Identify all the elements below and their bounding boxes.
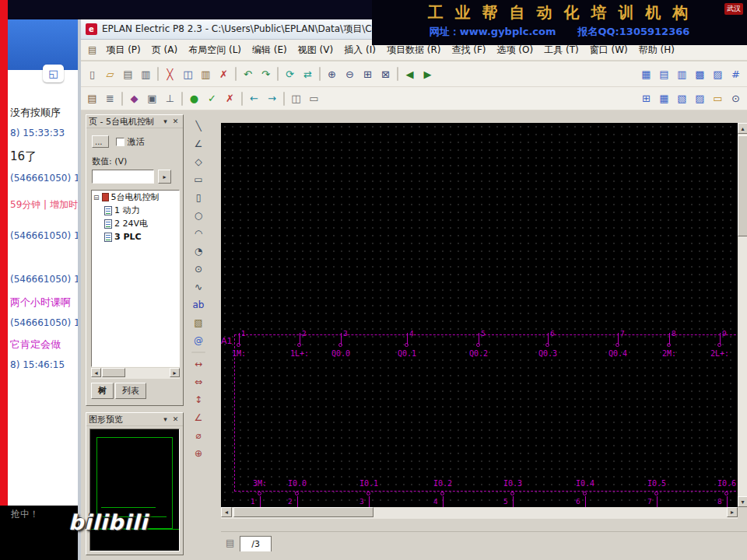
device-icon[interactable]: ▣ bbox=[143, 90, 161, 107]
activate-checkbox[interactable] bbox=[116, 138, 124, 146]
paste-icon[interactable]: ▥ bbox=[197, 65, 215, 82]
radius-dimension-icon[interactable]: ⌀ bbox=[190, 427, 207, 444]
tree-item-24v-supply[interactable]: 2 24V电 bbox=[92, 217, 179, 230]
menu-edit[interactable]: 编辑 (E) bbox=[247, 40, 293, 60]
rectangle-icon[interactable]: ▭ bbox=[190, 171, 207, 188]
panel-collapse-icon[interactable]: ▾ bbox=[160, 117, 170, 127]
delete-icon[interactable]: ✗ bbox=[215, 65, 233, 82]
grid-size-a-icon[interactable]: ▤ bbox=[655, 65, 673, 82]
expander-icon[interactable]: ⊟ bbox=[93, 194, 100, 201]
toolbar-separator[interactable] bbox=[283, 92, 285, 106]
sector-icon[interactable]: ◔ bbox=[190, 243, 207, 260]
arc-icon[interactable]: ◠ bbox=[190, 225, 207, 242]
toggle-grid-1-icon[interactable]: ⊞ bbox=[637, 90, 655, 107]
ok-icon[interactable]: ● bbox=[185, 90, 203, 107]
undo-icon[interactable]: ↶ bbox=[239, 65, 257, 82]
polygon-icon[interactable]: ◇ bbox=[190, 153, 207, 170]
scroll-thumb[interactable] bbox=[233, 507, 374, 517]
active-page-tab[interactable]: /3 bbox=[240, 536, 272, 551]
grid-size-b-icon[interactable]: ▥ bbox=[673, 65, 691, 82]
layer-management-icon[interactable]: ≣ bbox=[101, 90, 119, 107]
page-macro-icon[interactable]: ◫ bbox=[287, 90, 305, 107]
toggle-grid-3-icon[interactable]: ▧ bbox=[673, 90, 691, 107]
text-icon[interactable]: ab bbox=[190, 296, 207, 313]
update-icon[interactable]: ⇄ bbox=[299, 65, 317, 82]
panel-close-icon[interactable]: ✕ bbox=[170, 415, 181, 425]
canvas-horizontal-scrollbar[interactable]: ◂ ▸ bbox=[221, 507, 738, 519]
open-page-icon[interactable]: ▱ bbox=[101, 65, 119, 82]
zoom-entire-icon[interactable]: ⊠ bbox=[377, 65, 395, 82]
canvas-vertical-scrollbar[interactable]: ▴ ▾ bbox=[738, 123, 747, 507]
tab-tree[interactable]: 树 bbox=[91, 383, 114, 399]
scroll-thumb[interactable] bbox=[738, 135, 747, 236]
image-icon[interactable]: ▧ bbox=[190, 314, 207, 331]
new-page-icon[interactable]: ▯ bbox=[83, 65, 101, 82]
back-icon[interactable]: ← bbox=[245, 90, 263, 107]
toolbar-separator[interactable] bbox=[241, 92, 243, 106]
toolbar-separator[interactable] bbox=[121, 92, 123, 106]
toolbar-separator[interactable] bbox=[277, 67, 279, 81]
stream-panel-toggle-button[interactable]: ◱ bbox=[43, 65, 64, 82]
tab-list[interactable]: 列表 bbox=[115, 383, 146, 399]
mdi-child-icon[interactable]: ▤ bbox=[84, 44, 100, 55]
scroll-right-icon[interactable]: ▸ bbox=[170, 368, 180, 377]
polyline-icon[interactable]: ∠ bbox=[190, 135, 207, 152]
snap-to-grid-icon[interactable]: # bbox=[727, 65, 745, 82]
plc-device-box[interactable] bbox=[234, 334, 738, 492]
toolbar-separator[interactable] bbox=[191, 352, 205, 353]
scroll-left-icon[interactable]: ◂ bbox=[221, 507, 232, 517]
menu-layout-space[interactable]: 布局空间 (L) bbox=[183, 40, 247, 60]
toolbar-separator[interactable] bbox=[319, 67, 321, 81]
page-panel-header[interactable]: 页 - 5台电机控制 ▾ ✕ bbox=[86, 115, 183, 128]
toolbar-separator[interactable] bbox=[235, 67, 237, 81]
toolbar-separator[interactable] bbox=[397, 67, 398, 81]
ruler-icon[interactable]: ▭ bbox=[709, 90, 727, 107]
filter-more-button[interactable]: ... bbox=[92, 135, 109, 148]
panel-collapse-icon[interactable]: ▾ bbox=[160, 415, 170, 425]
circle-icon[interactable]: ○ bbox=[190, 207, 207, 224]
tree-item-power-circuit[interactable]: 1 动力 bbox=[92, 204, 179, 217]
zoom-in-icon[interactable]: ⊕ bbox=[323, 65, 341, 82]
origin-icon[interactable]: ⊕ bbox=[190, 445, 207, 462]
line-icon[interactable]: ╲ bbox=[190, 117, 207, 135]
print-icon[interactable]: ▥ bbox=[137, 65, 155, 82]
scroll-down-icon[interactable]: ▾ bbox=[738, 496, 747, 507]
scroll-left-icon[interactable]: ◂ bbox=[91, 368, 101, 377]
scroll-thumb[interactable] bbox=[102, 368, 125, 377]
ellipse-icon[interactable]: ⊙ bbox=[190, 261, 207, 278]
vertical-dimension-icon[interactable]: ↕ bbox=[190, 391, 207, 408]
spline-icon[interactable]: ∿ bbox=[190, 278, 207, 296]
symbol-icon[interactable]: ◆ bbox=[125, 90, 143, 107]
menu-page[interactable]: 页 (A) bbox=[146, 40, 183, 60]
next-page-icon[interactable]: ▶ bbox=[419, 65, 437, 82]
angle-dimension-icon[interactable]: ∠ bbox=[190, 409, 207, 426]
window-macro-icon[interactable]: ▭ bbox=[305, 90, 323, 107]
scroll-right-icon[interactable]: ▸ bbox=[727, 507, 738, 517]
value-apply-button[interactable]: ▸ bbox=[158, 170, 171, 184]
page-properties-icon[interactable]: ▤ bbox=[119, 65, 137, 82]
check-icon[interactable]: ✓ bbox=[203, 90, 221, 107]
grid-on-icon[interactable]: ▦ bbox=[637, 65, 655, 82]
preview-panel-header[interactable]: 图形预览 ▾ ✕ bbox=[86, 413, 183, 426]
cut-icon[interactable]: ╳ bbox=[161, 65, 179, 82]
chat-area[interactable]: 没有按顺序8) 15:33:3316了(546661050) 1559分钟 | … bbox=[8, 70, 78, 506]
cancel-icon[interactable]: ✗ bbox=[221, 90, 239, 107]
rectangle-center-icon[interactable]: ▯ bbox=[190, 189, 207, 206]
tree-horizontal-scrollbar[interactable]: ◂ ▸ bbox=[91, 368, 180, 379]
menu-view[interactable]: 视图 (V) bbox=[293, 40, 338, 60]
page-tree-root[interactable]: ⊟ 5台电机控制 bbox=[92, 191, 179, 204]
hyperlink-icon[interactable]: @ bbox=[190, 332, 207, 349]
terminal-icon[interactable]: ⊥ bbox=[161, 90, 179, 107]
toolbar-separator[interactable] bbox=[157, 67, 159, 81]
dimension-icon[interactable]: ↔ bbox=[190, 355, 207, 373]
tree-item-plc[interactable]: 3 PLC bbox=[92, 230, 179, 243]
panel-close-icon[interactable]: ✕ bbox=[170, 117, 181, 127]
toggle-grid-4-icon[interactable]: ▨ bbox=[691, 90, 709, 107]
toggle-grid-2-icon[interactable]: ▦ bbox=[655, 90, 673, 107]
zoom-window-icon[interactable]: ⊞ bbox=[359, 65, 377, 82]
zoom-out-icon[interactable]: ⊖ bbox=[341, 65, 359, 82]
value-input[interactable] bbox=[92, 170, 154, 184]
schematic-canvas[interactable]: A1 1 1M: 2 1L+: 3 bbox=[221, 123, 738, 507]
scroll-up-icon[interactable]: ▴ bbox=[738, 123, 747, 134]
continued-dimension-icon[interactable]: ⇔ bbox=[190, 373, 207, 390]
